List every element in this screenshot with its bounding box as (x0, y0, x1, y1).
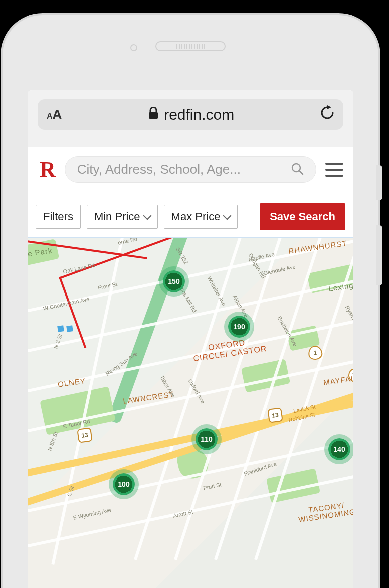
browser-bar: AA redfin.com (28, 90, 353, 147)
street-label: N 2 St (52, 333, 63, 350)
map-cluster-pin[interactable]: 140 (328, 438, 350, 460)
svg-rect-0 (149, 112, 158, 119)
url-display[interactable]: redfin.com (148, 106, 234, 123)
svg-line-2 (299, 171, 303, 174)
map-park (40, 386, 115, 435)
min-price-dropdown[interactable]: Min Price (87, 205, 158, 229)
pin-value: 110 (201, 435, 212, 443)
route-badge: 13 (77, 427, 93, 443)
pin-value: 100 (118, 480, 129, 488)
filter-bar: Filters Min Price Max Price Save Search (28, 196, 353, 237)
route-badge: 13 (267, 407, 283, 423)
map-poi-icon (66, 325, 73, 332)
reload-button[interactable] (320, 105, 334, 124)
neighborhood-label: OLNEY (57, 376, 86, 389)
text-size-button[interactable]: AA (47, 107, 62, 122)
map-cluster-pin[interactable]: 100 (113, 473, 135, 495)
pin-value: 150 (168, 277, 179, 285)
max-price-dropdown[interactable]: Max Price (164, 205, 238, 229)
screen: AA redfin.com R (28, 90, 353, 588)
front-camera (130, 44, 137, 51)
brand-logo[interactable]: R (40, 157, 56, 182)
text-size-large-icon: A (53, 107, 62, 122)
min-price-label: Min Price (94, 210, 140, 223)
map-cluster-pin[interactable]: 190 (228, 316, 250, 338)
map-canvas[interactable]: 13 13 1 73 e Park OLNEY LAWNCREST OXFORD… (28, 237, 353, 588)
neighborhood-label: MAYFAIR (323, 373, 353, 387)
lock-icon (148, 106, 159, 123)
chevron-down-icon (143, 212, 151, 220)
pin-value: 190 (233, 323, 245, 331)
side-button-top (376, 165, 382, 200)
search-icon[interactable] (291, 162, 304, 177)
max-price-label: Max Price (171, 210, 221, 223)
pin-value: 140 (333, 445, 345, 453)
search-input[interactable] (77, 162, 291, 177)
map-cluster-pin[interactable]: 110 (196, 428, 218, 450)
street-label: Pratt St (203, 481, 222, 491)
chevron-down-icon (223, 212, 232, 220)
phone-frame: AA redfin.com R (3, 15, 378, 588)
speaker-grill (155, 41, 226, 51)
search-field-wrap[interactable] (65, 156, 316, 183)
url-text: redfin.com (164, 106, 234, 123)
menu-button[interactable] (325, 163, 343, 177)
map-poi-icon (57, 325, 64, 332)
save-search-button[interactable]: Save Search (260, 203, 345, 230)
street-label: E Wyoming Ave (73, 507, 112, 521)
url-bar[interactable]: AA redfin.com (38, 99, 343, 130)
side-button-bottom (376, 225, 382, 285)
text-size-small-icon: A (47, 112, 53, 120)
save-search-label: Save Search (270, 210, 335, 223)
street-label: Glendale Ave (263, 263, 296, 276)
app-header: R (28, 147, 353, 196)
map-cluster-pin[interactable]: 150 (163, 270, 185, 292)
filters-label: Filters (43, 210, 73, 223)
filters-button[interactable]: Filters (36, 205, 81, 229)
